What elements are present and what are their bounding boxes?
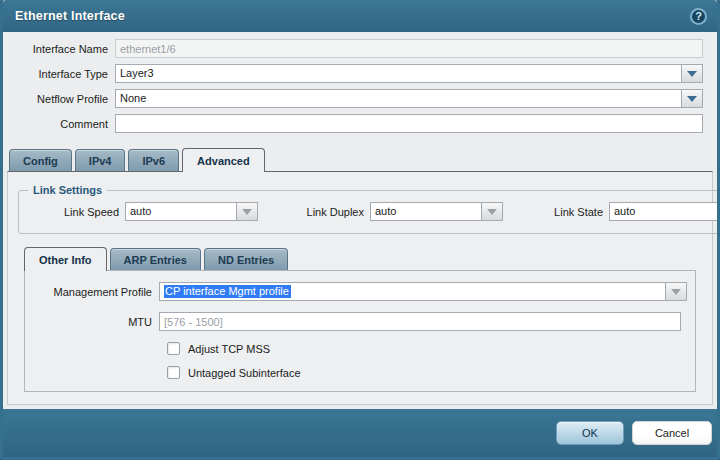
netflow-profile-select[interactable]: None <box>115 89 703 108</box>
mtu-row: MTU <box>25 312 681 331</box>
interface-name-input <box>115 39 703 58</box>
dialog-title: Ethernet Interface <box>15 9 690 23</box>
netflow-profile-value: None <box>116 90 681 107</box>
main-tabstrip: Config IPv4 IPv6 Advanced <box>3 148 717 171</box>
chevron-down-icon[interactable] <box>481 203 502 220</box>
tab-nd-entries[interactable]: ND Entries <box>204 248 288 270</box>
netflow-profile-row: Netflow Profile None <box>3 89 717 108</box>
chevron-down-icon[interactable] <box>681 90 702 107</box>
dialog-body: Interface Name Interface Type Layer3 Net… <box>3 32 717 409</box>
sub-tabstrip: Other Info ARP Entries ND Entries <box>8 247 712 270</box>
interface-name-label: Interface Name <box>3 43 115 55</box>
interface-type-row: Interface Type Layer3 <box>3 64 717 83</box>
ethernet-interface-dialog: Ethernet Interface ? Interface Name Inte… <box>0 0 720 460</box>
link-duplex-select[interactable]: auto <box>370 202 503 221</box>
chevron-down-icon[interactable] <box>681 65 702 82</box>
tab-ipv4[interactable]: IPv4 <box>75 149 126 171</box>
tab-ipv6[interactable]: IPv6 <box>128 149 179 171</box>
interface-type-value: Layer3 <box>116 65 681 82</box>
interface-type-label: Interface Type <box>3 68 115 80</box>
dialog-titlebar[interactable]: Ethernet Interface ? <box>3 0 717 32</box>
management-profile-row: Management Profile CP interface Mgmt pro… <box>25 282 687 301</box>
adjust-tcp-mss-row: Adjust TCP MSS <box>167 342 695 355</box>
advanced-tab-panel: Link Settings Link Speed auto Link Duple… <box>7 171 713 405</box>
link-settings-legend: Link Settings <box>28 184 107 196</box>
comment-input[interactable] <box>115 114 703 133</box>
link-state-label: Link State <box>517 206 609 218</box>
mtu-input[interactable] <box>159 312 681 331</box>
link-speed-select[interactable]: auto <box>125 202 258 221</box>
chevron-down-icon[interactable] <box>665 283 686 300</box>
link-state-value: auto <box>610 203 720 220</box>
adjust-tcp-mss-label: Adjust TCP MSS <box>188 343 270 355</box>
link-settings-fieldset: Link Settings Link Speed auto Link Duple… <box>18 184 720 234</box>
management-profile-label: Management Profile <box>25 286 159 298</box>
tab-arp-entries[interactable]: ARP Entries <box>110 248 201 270</box>
chevron-down-icon[interactable] <box>236 203 257 220</box>
interface-type-select[interactable]: Layer3 <box>115 64 703 83</box>
help-icon[interactable]: ? <box>690 8 707 25</box>
netflow-profile-label: Netflow Profile <box>3 93 115 105</box>
untagged-subinterface-label: Untagged Subinterface <box>188 367 301 379</box>
link-duplex-value: auto <box>371 203 481 220</box>
tab-other-info[interactable]: Other Info <box>24 247 107 271</box>
interface-name-row: Interface Name <box>3 39 717 58</box>
link-speed-value: auto <box>126 203 236 220</box>
link-settings-row: Link Speed auto Link Duplex auto Link St… <box>19 196 720 229</box>
management-profile-select[interactable]: CP interface Mgmt profile <box>159 282 687 301</box>
selected-text: CP interface Mgmt profile <box>164 285 291 298</box>
untagged-subinterface-row: Untagged Subinterface <box>167 366 695 379</box>
cancel-button[interactable]: Cancel <box>632 421 712 445</box>
mtu-label: MTU <box>25 316 159 328</box>
comment-label: Comment <box>3 118 115 130</box>
link-speed-label: Link Speed <box>33 206 125 218</box>
management-profile-value: CP interface Mgmt profile <box>160 283 665 300</box>
tab-advanced[interactable]: Advanced <box>182 148 265 172</box>
ok-button[interactable]: OK <box>556 421 624 445</box>
link-duplex-label: Link Duplex <box>272 206 370 218</box>
other-info-panel: Management Profile CP interface Mgmt pro… <box>24 270 696 392</box>
comment-row: Comment <box>3 114 717 133</box>
dialog-footer: OK Cancel <box>3 409 717 457</box>
untagged-subinterface-checkbox[interactable] <box>167 366 180 379</box>
link-state-select[interactable]: auto <box>609 202 720 221</box>
tab-config[interactable]: Config <box>9 149 72 171</box>
adjust-tcp-mss-checkbox[interactable] <box>167 342 180 355</box>
